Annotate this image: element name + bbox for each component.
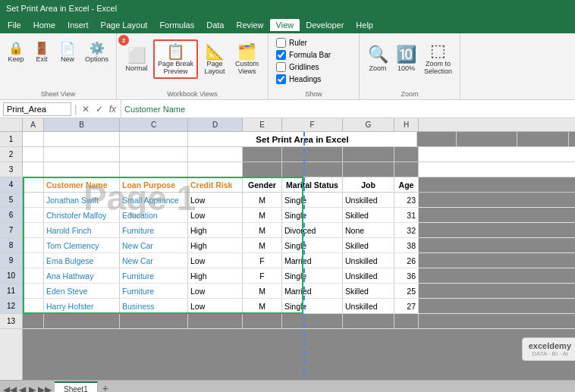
cell-11g[interactable]: Skilled <box>343 284 394 298</box>
cell-8e[interactable]: M <box>243 238 282 252</box>
cell-9c[interactable]: New Car <box>120 253 188 268</box>
cell-4e[interactable]: Gender <box>243 177 282 192</box>
page-break-preview-button[interactable]: 📋 Page BreakPreview <box>153 39 198 79</box>
headings-checkbox[interactable] <box>276 74 286 84</box>
cell-12d[interactable]: Low <box>188 299 243 313</box>
cell-8h[interactable]: 38 <box>394 238 419 252</box>
cell-4f[interactable]: Marital Status <box>282 177 343 192</box>
cell-1c[interactable] <box>120 132 188 146</box>
new-button[interactable]: 📄 New <box>56 39 79 64</box>
cell-9e[interactable]: F <box>243 253 282 268</box>
cell-11b[interactable]: Eden Steve <box>44 284 120 298</box>
cell-1h[interactable] <box>569 132 575 146</box>
cell-10a[interactable] <box>23 268 44 283</box>
menu-file[interactable]: File <box>2 19 27 31</box>
cell-9h[interactable]: 26 <box>394 253 419 268</box>
cell-10e[interactable]: F <box>243 268 282 283</box>
cell-6e[interactable]: M <box>243 208 282 222</box>
cell-10b[interactable]: Ana Hathway <box>44 268 120 283</box>
cell-13d[interactable] <box>188 314 243 328</box>
zoom-selection-button[interactable]: ⬚ Zoom toSelection <box>421 39 455 77</box>
cell-8c[interactable]: New Car <box>120 238 188 252</box>
cell-11h[interactable]: 25 <box>394 284 419 298</box>
sheet-tab-sheet1[interactable]: Sheet1 <box>55 381 98 392</box>
zoom-button[interactable]: 🔍 Zoom <box>364 43 391 74</box>
cell-11d[interactable]: Low <box>188 284 243 298</box>
cell-8d[interactable]: High <box>188 238 243 252</box>
cell-5g[interactable]: Unskilled <box>343 193 394 207</box>
cell-4d[interactable]: Credit Risk <box>188 177 243 192</box>
cell-7d[interactable]: High <box>188 223 243 237</box>
cell-6d[interactable]: Low <box>188 208 243 222</box>
cell-7h[interactable]: 32 <box>394 223 419 237</box>
menu-formulas[interactable]: Formulas <box>153 19 200 31</box>
cell-10c[interactable]: Furniture <box>120 268 188 283</box>
custom-views-button[interactable]: 🗂️ CustomViews <box>231 40 262 78</box>
cell-6a[interactable] <box>23 208 44 222</box>
cell-1b[interactable] <box>44 132 120 146</box>
cell-2e[interactable] <box>243 147 282 162</box>
cell-2b[interactable] <box>44 147 120 162</box>
cell-10d[interactable]: High <box>188 268 243 283</box>
cell-7f[interactable]: Divorced <box>282 223 343 237</box>
name-box[interactable] <box>3 102 71 116</box>
menu-data[interactable]: Data <box>200 19 230 31</box>
cell-3g[interactable] <box>343 162 394 177</box>
cell-13c[interactable] <box>120 314 188 328</box>
cell-10g[interactable]: Unskilled <box>343 268 394 283</box>
menu-help[interactable]: Help <box>350 19 379 31</box>
cell-12g[interactable]: Unskilled <box>343 299 394 313</box>
menu-insert[interactable]: Insert <box>61 19 95 31</box>
cell-11a[interactable] <box>23 284 44 298</box>
cell-11e[interactable]: M <box>243 284 282 298</box>
cell-4a[interactable] <box>23 177 44 192</box>
formula-bar-checkbox[interactable] <box>276 50 286 60</box>
cell-12a[interactable] <box>23 299 44 313</box>
cell-13b[interactable] <box>44 314 120 328</box>
cell-5f[interactable]: Single <box>282 193 343 207</box>
ruler-checkbox-label[interactable]: Ruler <box>276 38 351 48</box>
headings-checkbox-label[interactable]: Headings <box>276 74 351 84</box>
gridlines-checkbox-label[interactable]: Gridlines <box>276 62 351 72</box>
cell-2g[interactable] <box>343 147 394 162</box>
cell-8g[interactable]: Skilled <box>343 238 394 252</box>
menu-review[interactable]: Review <box>230 19 269 31</box>
cell-7c[interactable]: Furniture <box>120 223 188 237</box>
cell-13e[interactable] <box>243 314 282 328</box>
cell-1g[interactable] <box>517 132 569 146</box>
cell-9d[interactable]: Low <box>188 253 243 268</box>
keep-button[interactable]: 🔒 Keep <box>5 39 27 64</box>
cell-8a[interactable] <box>23 238 44 252</box>
cell-2h[interactable] <box>394 147 419 162</box>
cell-12f[interactable]: Single <box>282 299 343 313</box>
zoom-100-button[interactable]: 🔟 100% <box>393 43 419 74</box>
formula-bar-checkbox-label[interactable]: Formula Bar <box>276 50 351 60</box>
cancel-icon[interactable]: ✕ <box>80 104 91 114</box>
cell-5h[interactable]: 23 <box>394 193 419 207</box>
cell-2a[interactable] <box>23 147 44 162</box>
cell-7g[interactable]: None <box>343 223 394 237</box>
cell-6b[interactable]: Christofer Malfoy <box>44 208 120 222</box>
cell-4h[interactable]: Age <box>394 177 419 192</box>
cell-3h[interactable] <box>394 162 419 177</box>
cell-5c[interactable]: Small Appliance <box>120 193 188 207</box>
cell-12e[interactable]: M <box>243 299 282 313</box>
cell-9b[interactable]: Ema Bulgese <box>44 253 120 268</box>
cell-8f[interactable]: Single <box>282 238 343 252</box>
cell-3f[interactable] <box>282 162 343 177</box>
confirm-icon[interactable]: ✓ <box>94 104 105 114</box>
cell-4c[interactable]: Loan Purpose <box>120 177 188 192</box>
cell-9a[interactable] <box>23 253 44 268</box>
page-layout-button[interactable]: 📐 PageLayout <box>200 40 230 78</box>
cell-11f[interactable]: Married <box>282 284 343 298</box>
menu-view[interactable]: View <box>270 19 300 31</box>
cell-7e[interactable]: M <box>243 223 282 237</box>
cell-2f[interactable] <box>282 147 343 162</box>
ruler-checkbox[interactable] <box>276 38 286 48</box>
cell-7a[interactable] <box>23 223 44 237</box>
cell-6h[interactable]: 31 <box>394 208 419 222</box>
normal-view-button[interactable]: ⬜ Normal <box>121 44 152 74</box>
cell-12h[interactable]: 27 <box>394 299 419 313</box>
cell-3d[interactable] <box>188 162 243 177</box>
cell-13a[interactable] <box>23 314 44 328</box>
